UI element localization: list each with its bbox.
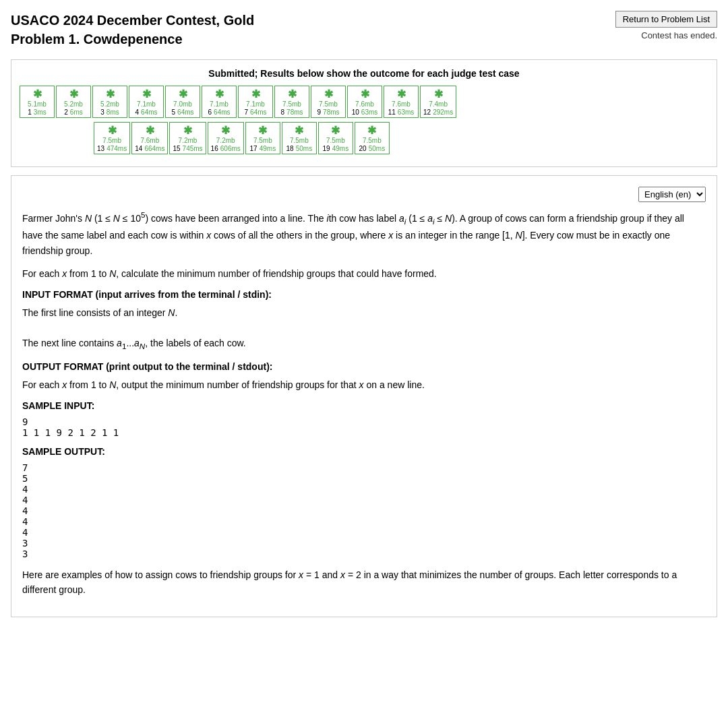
return-to-problem-list-button[interactable]: Return to Problem List xyxy=(615,11,717,28)
test-case-4: ✱7.1mb4 64ms xyxy=(129,86,164,118)
test-case-19: ✱7.5mb19 49ms xyxy=(318,122,353,154)
header-right: Return to Problem List Contest has ended… xyxy=(615,11,717,40)
language-selector-row: English (en) xyxy=(22,187,706,202)
problem-box: English (en) Farmer John's N (1 ≤ N ≤ 10… xyxy=(11,175,717,617)
test-cases-row1: ✱5.1mb1 3ms✱5.2mb2 6ms✱5.2mb3 8ms✱7.1mb4… xyxy=(20,86,708,118)
sample-output: 7 5 4 4 4 4 4 3 3 xyxy=(22,462,706,559)
test-case-10: ✱7.6mb10 63ms xyxy=(347,86,382,118)
test-case-11: ✱7.6mb11 63ms xyxy=(384,86,419,118)
sample-output-title: SAMPLE OUTPUT: xyxy=(22,446,706,457)
test-case-15: ✱7.2mb15 745ms xyxy=(169,122,206,154)
test-case-8: ✱7.5mb8 78ms xyxy=(274,86,309,118)
sample-input: 9 1 1 1 9 2 1 2 1 1 xyxy=(22,416,706,438)
problem-task: For each x from 1 to N, calculate the mi… xyxy=(22,266,706,281)
language-select[interactable]: English (en) xyxy=(638,187,706,202)
page-title: USACO 2024 December Contest, Gold Proble… xyxy=(11,11,254,49)
test-case-14: ✱7.6mb14 664ms xyxy=(131,122,168,154)
test-cases-row2: ✱7.5mb13 474ms✱7.6mb14 664ms✱7.2mb15 745… xyxy=(94,122,708,154)
test-case-3: ✱5.2mb3 8ms xyxy=(92,86,127,118)
output-format-text: For each x from 1 to N, output the minim… xyxy=(22,377,706,392)
test-case-9: ✱7.5mb9 78ms xyxy=(311,86,346,118)
results-box: Submitted; Results below show the outcom… xyxy=(11,59,717,167)
sample-input-title: SAMPLE INPUT: xyxy=(22,400,706,411)
test-case-18: ✱7.5mb18 50ms xyxy=(282,122,317,154)
input-format-title: INPUT FORMAT (input arrives from the ter… xyxy=(22,289,706,300)
results-title: Submitted; Results below show the outcom… xyxy=(20,68,708,79)
test-case-13: ✱7.5mb13 474ms xyxy=(94,122,130,154)
input-format-text: The first line consists of an integer N.… xyxy=(22,305,706,352)
test-case-12: ✱7.4mb12 292ms xyxy=(420,86,456,118)
problem-description: Farmer John's N (1 ≤ N ≤ 105) cows have … xyxy=(22,209,706,258)
test-case-17: ✱7.5mb17 49ms xyxy=(245,122,280,154)
contest-status: Contest has ended. xyxy=(615,30,717,40)
test-case-2: ✱5.2mb2 6ms xyxy=(56,86,91,118)
test-case-5: ✱7.0mb5 64ms xyxy=(165,86,200,118)
test-case-1: ✱5.1mb1 3ms xyxy=(20,86,55,118)
closing-text: Here are examples of how to assign cows … xyxy=(22,567,706,598)
test-case-7: ✱7.1mb7 64ms xyxy=(238,86,273,118)
test-case-6: ✱7.1mb6 64ms xyxy=(202,86,237,118)
test-case-16: ✱7.2mb16 606ms xyxy=(208,122,244,154)
test-case-20: ✱7.5mb20 50ms xyxy=(355,122,390,154)
output-format-title: OUTPUT FORMAT (print output to the termi… xyxy=(22,361,706,372)
